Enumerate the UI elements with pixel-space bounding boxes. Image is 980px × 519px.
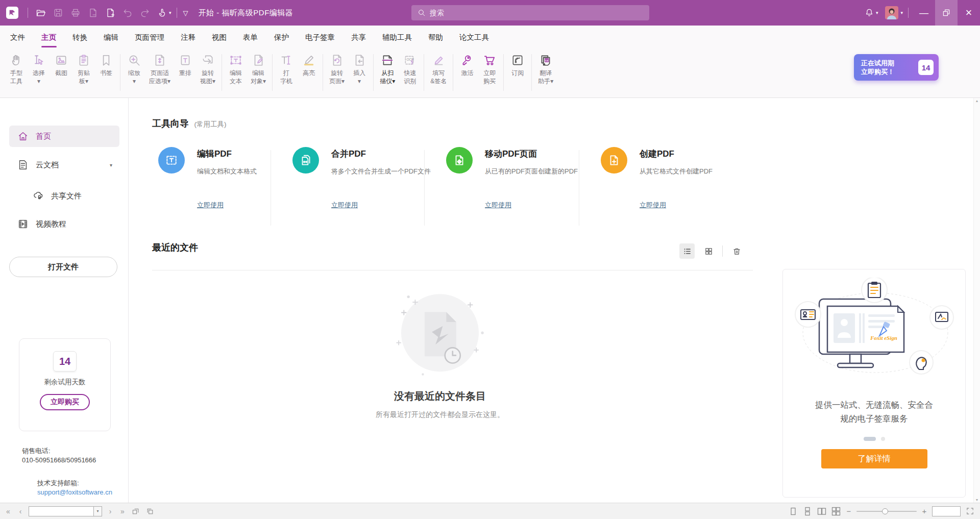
- page-number-input[interactable]: [29, 506, 94, 516]
- first-page-button[interactable]: «: [4, 507, 12, 515]
- menu-esign[interactable]: 电子签章: [297, 26, 343, 49]
- collapse-toolbar-icon[interactable]: ▽: [183, 9, 188, 17]
- use-now-link[interactable]: 立即使用: [197, 201, 271, 210]
- clear-recent-button[interactable]: [729, 243, 744, 259]
- ribbon-tool-edit-text[interactable]: 编辑 文本: [225, 53, 247, 85]
- menu-home[interactable]: 主页: [33, 26, 64, 49]
- ribbon-tool-select[interactable]: 选择 ▾: [28, 53, 50, 85]
- use-now-link[interactable]: 立即使用: [485, 201, 579, 210]
- cloud-docs-expand-icon[interactable]: ▾: [110, 162, 112, 168]
- use-now-link[interactable]: 立即使用: [640, 201, 748, 210]
- delete-page-icon[interactable]: [84, 4, 102, 21]
- carousel-dot[interactable]: [881, 437, 885, 441]
- hand-tool-dropdown-icon[interactable]: ▾: [169, 10, 172, 15]
- save-icon[interactable]: [50, 4, 67, 21]
- carousel-dots[interactable]: [783, 437, 965, 441]
- zoom-out-button[interactable]: −: [845, 507, 852, 515]
- content-scrollbar[interactable]: ▲ ▼: [973, 98, 980, 503]
- learn-more-button[interactable]: 了解详情: [821, 449, 927, 468]
- zoom-in-button[interactable]: +: [921, 507, 928, 515]
- sidebar-item-home[interactable]: 首页: [9, 126, 119, 147]
- open-file-button[interactable]: 打开文件: [9, 257, 117, 277]
- card-edit-pdf[interactable]: 编辑PDF 编辑文档和文本格式 立即使用: [152, 147, 271, 226]
- menu-edit[interactable]: 编辑: [95, 26, 127, 49]
- hand-pointer-icon[interactable]: [154, 4, 171, 21]
- open-file-icon[interactable]: [32, 4, 50, 21]
- print-icon[interactable]: [67, 4, 84, 21]
- sidebar-item-cloud-docs[interactable]: 云文档 ▾: [9, 154, 119, 176]
- menu-view[interactable]: 视图: [204, 26, 235, 49]
- menu-accessibility[interactable]: 辅助工具: [374, 26, 420, 49]
- menu-comment[interactable]: 注释: [173, 26, 204, 49]
- menu-form[interactable]: 表单: [235, 26, 266, 49]
- ribbon-tool-fit-page[interactable]: 页面适 应选项▾: [145, 53, 174, 85]
- next-view-button[interactable]: [145, 506, 155, 516]
- ribbon-tool-from-scanner[interactable]: 从扫 描仪▾: [376, 53, 399, 85]
- restore-window-button[interactable]: [935, 0, 958, 26]
- ribbon-tool-translate-assistant[interactable]: 翻译 助手▾: [534, 53, 557, 85]
- card-merge-pdf[interactable]: 合并PDF 将多个文件合并生成一个PDF文件 立即使用: [271, 147, 424, 226]
- account-dropdown-icon[interactable]: ▾: [900, 10, 903, 15]
- minimize-button[interactable]: —: [913, 0, 935, 26]
- menu-file[interactable]: 文件: [2, 26, 33, 49]
- ribbon-tool-buy-now[interactable]: 立即 购买: [478, 53, 501, 85]
- ribbon-tool-reflow[interactable]: 重排: [174, 53, 197, 85]
- facing-continuous-view-button[interactable]: [831, 506, 841, 516]
- zoom-slider-thumb[interactable]: [882, 508, 888, 514]
- ribbon-tool-zoom[interactable]: 缩放 ▾: [123, 53, 145, 85]
- redo-icon[interactable]: [136, 4, 154, 21]
- menu-share[interactable]: 共享: [343, 26, 374, 49]
- use-now-link[interactable]: 立即使用: [331, 201, 424, 210]
- fullscreen-button[interactable]: [965, 506, 975, 516]
- trial-period-badge[interactable]: 正在试用期 立即购买！ 14: [854, 54, 939, 81]
- ribbon-tool-hand[interactable]: 手型 工具: [5, 53, 28, 85]
- menu-help[interactable]: 帮助: [420, 26, 451, 49]
- menu-paper-tools[interactable]: 论文工具: [451, 26, 497, 49]
- new-document-icon[interactable]: [102, 4, 119, 21]
- continuous-page-icon: [803, 507, 812, 516]
- notifications-bell-icon[interactable]: [861, 4, 878, 21]
- undo-icon[interactable]: [119, 4, 136, 21]
- ribbon-tool-highlight[interactable]: 高亮: [298, 53, 320, 85]
- zoom-slider[interactable]: [856, 511, 917, 512]
- facing-view-button[interactable]: [817, 506, 827, 516]
- ribbon-tool-bookmark[interactable]: 书签: [95, 53, 117, 85]
- continuous-view-button[interactable]: [802, 506, 813, 516]
- scroll-down-icon[interactable]: ▼: [974, 498, 980, 502]
- menu-protect[interactable]: 保护: [266, 26, 297, 49]
- ribbon-tool-typewriter[interactable]: 打 字机: [275, 53, 298, 85]
- scroll-up-icon[interactable]: ▲: [974, 99, 980, 103]
- menu-convert[interactable]: 转换: [64, 26, 95, 49]
- card-move-pdf-pages[interactable]: 移动PDF页面 从已有的PDF页面创建新的PDF 立即使用: [425, 147, 579, 226]
- ribbon-tool-rotate-pages[interactable]: 旋转 页面▾: [326, 53, 348, 85]
- carousel-dot-active[interactable]: [864, 437, 876, 441]
- close-window-button[interactable]: ×: [958, 0, 980, 26]
- single-page-view-button[interactable]: [788, 506, 798, 516]
- ribbon-tool-fill-sign[interactable]: 填写 &签名: [427, 53, 450, 85]
- search-box[interactable]: [411, 5, 649, 20]
- sidebar-item-video-tutorials[interactable]: 视频教程: [9, 213, 119, 235]
- menu-page-organize[interactable]: 页面管理: [127, 26, 173, 49]
- list-view-button[interactable]: [679, 243, 695, 259]
- notifications-dropdown-icon[interactable]: ▾: [876, 10, 878, 15]
- next-page-button[interactable]: ›: [106, 507, 114, 515]
- last-page-button[interactable]: »: [118, 507, 127, 515]
- ribbon-tool-edit-object[interactable]: 编辑 对象▾: [247, 53, 270, 85]
- ribbon-tool-subscribe[interactable]: 订阅: [506, 53, 529, 85]
- zoom-value-input[interactable]: [932, 506, 961, 516]
- card-create-pdf[interactable]: 创建PDF 从其它格式文件创建PDF 立即使用: [579, 147, 748, 226]
- previous-view-button[interactable]: [131, 506, 141, 516]
- ribbon-tool-insert-pages[interactable]: 插入 ▾: [348, 53, 371, 85]
- sidebar-item-shared-files[interactable]: 共享文件: [9, 185, 119, 207]
- buy-now-button[interactable]: 立即购买: [40, 394, 90, 410]
- page-number-dropdown-icon[interactable]: ▾: [94, 506, 102, 516]
- ribbon-tool-activate[interactable]: 激活: [456, 53, 478, 85]
- ribbon-tool-quick-ocr[interactable]: OCR 快速 识别: [399, 53, 421, 85]
- ribbon-tool-clipboard[interactable]: 剪贴 板▾: [72, 53, 95, 85]
- previous-page-button[interactable]: ‹: [16, 507, 24, 515]
- search-input[interactable]: [430, 9, 624, 17]
- ribbon-tool-snapshot[interactable]: 截图: [50, 53, 72, 85]
- ribbon-tool-rotate-view[interactable]: 旋转 视图▾: [197, 53, 219, 85]
- user-avatar[interactable]: [885, 6, 898, 19]
- grid-view-button[interactable]: [701, 243, 716, 259]
